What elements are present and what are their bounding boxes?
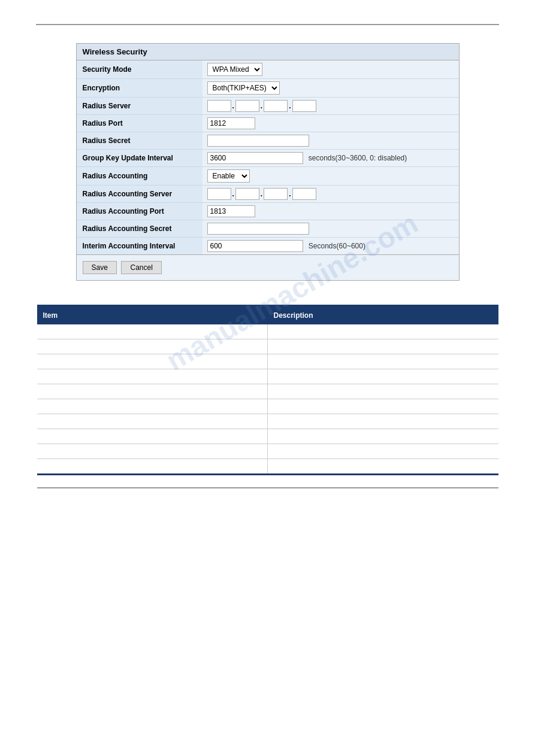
radius-accounting-port-row: Radius Accounting Port xyxy=(77,203,459,220)
ref-description-cell xyxy=(268,324,498,339)
wireless-security-panel: Wireless Security Security Mode WPA Mixe… xyxy=(76,43,460,281)
dot4: . xyxy=(232,190,234,198)
radius-server-row: Radius Server . . . xyxy=(77,98,459,115)
radius-accounting-port-input[interactable] xyxy=(207,205,255,217)
interim-accounting-label: Interim Accounting Interval xyxy=(77,238,202,255)
ref-description-cell xyxy=(268,399,498,414)
radius-accounting-secret-input[interactable] xyxy=(207,223,309,235)
ref-description-cell xyxy=(268,384,498,399)
buttons-row: Save Cancel xyxy=(77,254,459,280)
ref-table-row xyxy=(37,414,498,429)
dot2: . xyxy=(261,102,262,110)
ref-description-cell xyxy=(268,459,498,475)
radius-server-ip-group: . . . xyxy=(207,100,454,112)
ref-description-cell xyxy=(268,369,498,384)
cancel-button[interactable]: Cancel xyxy=(121,261,161,274)
radius-server-oct3[interactable] xyxy=(264,100,288,112)
radius-acc-server-oct1[interactable] xyxy=(207,188,231,200)
radius-server-oct4[interactable] xyxy=(292,100,316,112)
radius-acc-server-oct3[interactable] xyxy=(264,188,288,200)
radius-accounting-secret-value xyxy=(202,220,459,238)
ref-col-description: Description xyxy=(268,306,498,325)
bottom-divider xyxy=(37,487,498,488)
ref-table-wrapper: Item Description xyxy=(37,305,498,488)
ref-item-cell xyxy=(37,384,268,399)
save-button[interactable]: Save xyxy=(83,261,117,274)
ref-col-item: Item xyxy=(37,306,268,325)
group-key-row: Group Key Update Interval seconds(30~360… xyxy=(77,150,459,167)
security-mode-select[interactable]: WPA Mixed WPA WPA2 xyxy=(207,63,262,76)
radius-accounting-value: Enable Disable xyxy=(202,167,459,186)
ref-item-cell xyxy=(37,339,268,354)
radius-accounting-port-label: Radius Accounting Port xyxy=(77,203,202,220)
radius-acc-server-oct2[interactable] xyxy=(235,188,259,200)
radius-server-oct2[interactable] xyxy=(235,100,259,112)
radius-secret-value xyxy=(202,132,459,150)
radius-accounting-server-ip-group: . . . xyxy=(207,188,454,200)
interim-accounting-input[interactable] xyxy=(207,240,303,252)
ref-description-cell xyxy=(268,414,498,429)
ref-table-row xyxy=(37,369,498,384)
radius-accounting-port-value xyxy=(202,203,459,220)
radius-port-input[interactable] xyxy=(207,117,255,129)
radius-secret-input[interactable] xyxy=(207,135,309,147)
ref-item-cell xyxy=(37,444,268,459)
radius-server-label: Radius Server xyxy=(77,98,202,115)
security-mode-row: Security Mode WPA Mixed WPA WPA2 xyxy=(77,60,459,79)
radius-accounting-server-label: Radius Accounting Server xyxy=(77,186,202,203)
ref-table-row xyxy=(37,399,498,414)
dot3: . xyxy=(289,102,291,110)
interim-accounting-row: Interim Accounting Interval Seconds(60~6… xyxy=(77,238,459,255)
ref-table-row xyxy=(37,339,498,354)
dot5: . xyxy=(261,190,262,198)
radius-port-value xyxy=(202,115,459,132)
encryption-row: Encryption Both(TKIP+AES) TKIP AES xyxy=(77,79,459,98)
radius-server-value: . . . xyxy=(202,98,459,115)
radius-accounting-select[interactable]: Enable Disable xyxy=(207,169,250,183)
dot1: . xyxy=(232,102,234,110)
dot6: . xyxy=(289,190,291,198)
radius-port-row: Radius Port xyxy=(77,115,459,132)
ref-description-cell xyxy=(268,429,498,444)
radius-server-oct1[interactable] xyxy=(207,100,231,112)
radius-accounting-secret-row: Radius Accounting Secret xyxy=(77,220,459,238)
ref-table-row xyxy=(37,459,498,475)
top-divider xyxy=(36,24,499,25)
radius-accounting-server-row: Radius Accounting Server . . . xyxy=(77,186,459,203)
encryption-label: Encryption xyxy=(77,79,202,98)
group-key-label: Group Key Update Interval xyxy=(77,150,202,167)
radius-acc-server-oct4[interactable] xyxy=(292,188,316,200)
ref-description-cell xyxy=(268,354,498,369)
ref-description-cell xyxy=(268,339,498,354)
radius-accounting-row: Radius Accounting Enable Disable xyxy=(77,167,459,186)
interim-accounting-value: Seconds(60~600) xyxy=(202,238,459,255)
radius-port-label: Radius Port xyxy=(77,115,202,132)
ref-table: Item Description xyxy=(37,305,498,475)
encryption-value: Both(TKIP+AES) TKIP AES xyxy=(202,79,459,98)
radius-accounting-server-value: . . . xyxy=(202,186,459,203)
ref-item-cell xyxy=(37,429,268,444)
security-mode-label: Security Mode xyxy=(77,60,202,79)
radius-accounting-secret-label: Radius Accounting Secret xyxy=(77,220,202,238)
radius-secret-row: Radius Secret xyxy=(77,132,459,150)
ref-table-row xyxy=(37,354,498,369)
panel-title: Wireless Security xyxy=(77,44,459,60)
ref-item-cell xyxy=(37,369,268,384)
group-key-value: seconds(30~3600, 0: disabled) xyxy=(202,150,459,167)
ref-table-row xyxy=(37,324,498,339)
interim-accounting-hint: Seconds(60~600) xyxy=(309,242,365,250)
encryption-select[interactable]: Both(TKIP+AES) TKIP AES xyxy=(207,81,280,95)
group-key-hint: seconds(30~3600, 0: disabled) xyxy=(309,154,407,162)
ref-table-header-row: Item Description xyxy=(37,306,498,325)
group-key-input[interactable] xyxy=(207,152,303,164)
ref-item-cell xyxy=(37,399,268,414)
radius-accounting-label: Radius Accounting xyxy=(77,167,202,186)
ref-table-row xyxy=(37,384,498,399)
ref-item-cell xyxy=(37,459,268,475)
form-table: Security Mode WPA Mixed WPA WPA2 Encrypt… xyxy=(77,60,459,254)
ref-item-cell xyxy=(37,354,268,369)
ref-description-cell xyxy=(268,444,498,459)
security-mode-value: WPA Mixed WPA WPA2 xyxy=(202,60,459,79)
ref-table-row xyxy=(37,444,498,459)
ref-item-cell xyxy=(37,414,268,429)
